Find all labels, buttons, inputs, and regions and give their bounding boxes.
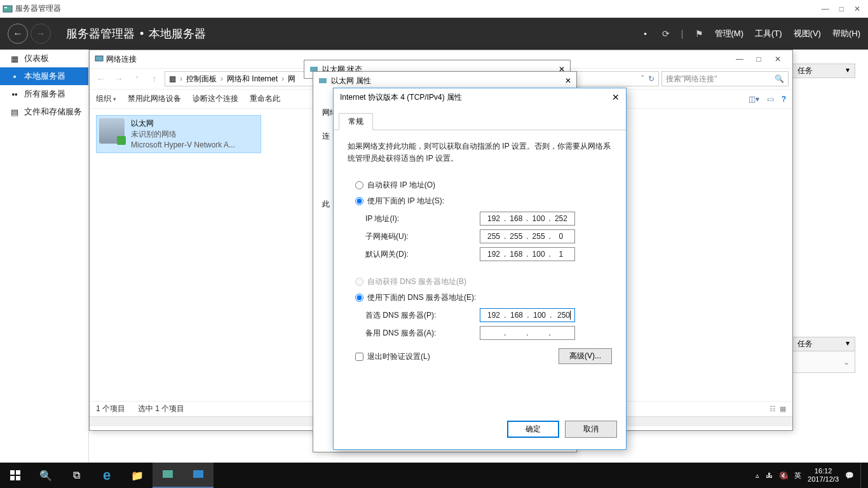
search-button[interactable]: 🔍 [31, 463, 61, 488]
radio-auto-dns: 自动获得 DNS 服务器地址(B) [355, 276, 612, 287]
preferred-dns-input[interactable]: 192. 168. 100. 250 [480, 308, 575, 322]
ip-address-input[interactable]: 192. 168. 100. 252 [480, 212, 575, 226]
advanced-button[interactable]: 高级(V)... [559, 348, 612, 364]
tasks-pane: 任务▾ [792, 64, 855, 78]
menu-view[interactable]: 视图(V) [794, 28, 821, 39]
flag-icon[interactable]: ⚑ [695, 29, 703, 39]
tasks-dropdown[interactable]: 任务▾ [792, 64, 855, 78]
breadcrumb-seg[interactable]: 网络和 Internet [227, 74, 278, 85]
help-icon[interactable]: ? [782, 95, 786, 104]
sidebar-item-file-storage[interactable]: ▤文件和存储服务 [0, 103, 88, 121]
search-input[interactable]: 搜索"网络连接" 🔍 [661, 71, 789, 86]
minimize-button[interactable]: — [730, 55, 749, 64]
breadcrumb-seg[interactable]: 网 [288, 74, 295, 85]
sidebar-item-label: 所有服务器 [24, 88, 65, 100]
maximize-button[interactable]: □ [749, 55, 768, 64]
back-button[interactable]: ← [8, 24, 28, 44]
app-title: 服务器管理器 [15, 3, 822, 14]
tab-general[interactable]: 常规 [339, 113, 373, 130]
radio-use-ip[interactable]: 使用下面的 IP 地址(S): [355, 196, 612, 207]
close-button[interactable]: ✕ [854, 4, 860, 13]
refresh-icon[interactable]: ↻ [648, 74, 654, 83]
tasks-label: 任务 [797, 65, 813, 76]
back-button[interactable]: ← [93, 71, 109, 86]
view-details-button[interactable]: ▭ [767, 95, 774, 104]
dropdown-icon[interactable]: ˅ [641, 74, 644, 83]
menu-manage[interactable]: 管理(M) [715, 28, 744, 39]
show-desktop-button[interactable] [860, 463, 864, 488]
forward-button[interactable]: → [111, 71, 126, 86]
cancel-button[interactable]: 取消 [565, 421, 617, 438]
svg-rect-9 [163, 470, 173, 478]
label-gateway: 默认网关(D): [365, 249, 480, 260]
search-icon: 🔍 [775, 74, 784, 83]
recent-button[interactable]: ˅ [129, 71, 144, 86]
maximize-button[interactable]: □ [839, 4, 844, 13]
svg-rect-5 [10, 470, 15, 475]
ime-indicator[interactable]: 英 [794, 471, 801, 480]
explorer-button[interactable]: 📁 [122, 463, 153, 488]
tasks-dropdown[interactable]: 任务▾ [792, 337, 855, 351]
task-view-button[interactable]: ⧉ [61, 463, 92, 488]
close-button[interactable]: ✕ [565, 76, 571, 85]
item-count: 1 个项目 [96, 403, 125, 414]
clock[interactable]: 16:12 2017/12/3 [808, 467, 839, 484]
ie-button[interactable]: e [92, 463, 122, 488]
sidebar-item-label: 本地服务器 [24, 71, 65, 82]
details-view-icon[interactable]: ☷ [770, 405, 776, 413]
diagnose-button[interactable]: 诊断这个连接 [193, 93, 238, 104]
subnet-mask-input[interactable]: 255. 255. 255. 0 [480, 229, 575, 243]
menu-tools[interactable]: 工具(T) [755, 28, 782, 39]
validate-checkbox[interactable] [355, 353, 363, 361]
forward-button[interactable]: → [31, 24, 51, 44]
server-manager-taskbar-button[interactable] [153, 463, 183, 488]
dialog-title: Internet 协议版本 4 (TCP/IPv4) 属性 [340, 92, 462, 103]
alternate-dns-input[interactable]: . . . [480, 326, 575, 340]
breadcrumb-page[interactable]: 本地服务器 [149, 26, 206, 41]
chevron-right-icon: • [140, 27, 144, 41]
ipv4-properties-dialog: Internet 协议版本 4 (TCP/IPv4) 属性 ✕ 常规 如果网络支… [333, 88, 627, 450]
action-center-icon[interactable]: 💬 [845, 471, 854, 480]
dashboard-icon: ▦ [10, 54, 19, 64]
app-icon [3, 4, 13, 14]
control-panel-taskbar-button[interactable] [183, 463, 214, 488]
refresh-icon[interactable]: ⟳ [662, 29, 670, 39]
sidebar-item-dashboard[interactable]: ▦仪表板 [0, 50, 88, 67]
radio-label: 自动获得 DNS 服务器地址(B) [367, 276, 466, 287]
breadcrumb-seg[interactable]: 控制面板 [186, 74, 217, 85]
sidebar-item-all-servers[interactable]: ▪▪所有服务器 [0, 85, 88, 103]
large-view-icon[interactable]: ▦ [780, 405, 786, 413]
radio-use-dns-input[interactable] [355, 294, 363, 302]
chevron-down-icon[interactable]: ⌄ [843, 358, 850, 367]
start-button[interactable] [0, 463, 31, 488]
organize-button[interactable]: 组织 [96, 93, 116, 104]
close-button[interactable]: ✕ [768, 55, 787, 64]
network-adapter-item[interactable]: 以太网 未识别的网络 Microsoft Hyper-V Network A..… [96, 115, 261, 153]
menu-help[interactable]: 帮助(H) [832, 28, 860, 39]
breadcrumb-root[interactable]: 服务器管理器 [66, 26, 135, 41]
label-dns1: 首选 DNS 服务器(P): [365, 310, 480, 321]
radio-auto-ip-input[interactable] [355, 181, 363, 189]
volume-icon[interactable]: 🔇✕ [779, 471, 788, 480]
network-tray-icon[interactable]: 🖧 [766, 471, 773, 479]
rename-button[interactable]: 重命名此 [250, 93, 280, 104]
radio-use-dns[interactable]: 使用下面的 DNS 服务器地址(E): [355, 292, 612, 303]
close-button[interactable]: ✕ [612, 92, 620, 102]
sidebar-item-local-server[interactable]: ▪本地服务器 [0, 67, 88, 85]
gateway-input[interactable]: 192. 168. 100. 1 [480, 247, 575, 261]
dialog-description: 如果网络支持此功能，则可以获取自动指派的 IP 设置。否则，你需要从网络系统管理… [348, 140, 612, 165]
ethernet-icon [99, 118, 125, 144]
ethernet-small-icon [318, 76, 327, 85]
ok-button[interactable]: 确定 [507, 421, 559, 438]
disable-device-button[interactable]: 禁用此网络设备 [128, 93, 181, 104]
view-icons-button[interactable]: ◫▾ [749, 95, 759, 104]
tray-icon[interactable]: ▵ [756, 471, 759, 480]
radio-auto-ip[interactable]: 自动获得 IP 地址(O) [355, 180, 612, 191]
up-button[interactable]: ↑ [147, 71, 162, 86]
sidebar-item-label: 仪表板 [24, 53, 49, 64]
radio-auto-dns-input [355, 278, 363, 286]
radio-label: 使用下面的 IP 地址(S): [367, 196, 444, 207]
label-mask: 子网掩码(U): [365, 231, 480, 242]
radio-use-ip-input[interactable] [355, 197, 363, 205]
minimize-button[interactable]: — [822, 4, 829, 13]
